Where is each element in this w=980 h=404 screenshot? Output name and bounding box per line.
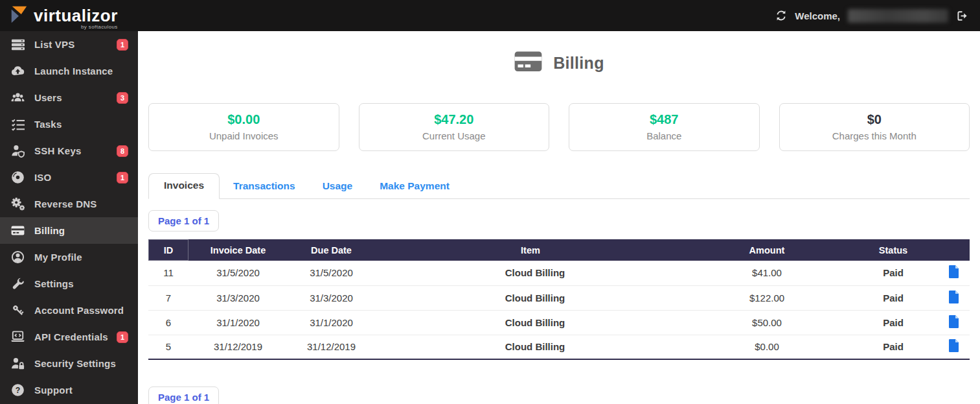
welcome-label: Welcome, [795, 10, 840, 21]
pagination-bottom[interactable]: Page 1 of 1 [148, 386, 219, 404]
refresh-icon[interactable] [775, 10, 787, 21]
view-invoice-icon[interactable] [949, 315, 959, 328]
sidebar-item-label: Launch Instance [34, 65, 113, 77]
brand-logo[interactable]: virtualizor by softaculous [0, 5, 138, 27]
invoice-status: Paid [848, 310, 939, 335]
invoice-status: Paid [848, 261, 939, 285]
stat-card-unpaid-invoices: $0.00 Unpaid Invoices [148, 103, 339, 151]
question-icon: ? [11, 383, 25, 397]
sidebar-item-label: Billing [34, 225, 65, 236]
invoice-id: 11 [148, 261, 188, 285]
invoice-amount: $122.00 [686, 285, 848, 310]
stat-label: Unpaid Invoices [154, 130, 334, 141]
invoice-item: Cloud Billing [375, 310, 686, 335]
sidebar-item-support[interactable]: ? Support [0, 377, 138, 403]
sidebar-item-label: ISO [34, 172, 51, 183]
sidebar-item-tasks[interactable]: Tasks [0, 111, 138, 137]
wrench-icon [11, 277, 25, 291]
invoice-status: Paid [848, 285, 939, 310]
sidebar-item-list-vps[interactable]: List VPS 1 [0, 31, 138, 58]
sidebar-item-my-profile[interactable]: My Profile [0, 244, 138, 270]
server-icon [11, 38, 25, 51]
tab-make-payment[interactable]: Make Payment [366, 174, 463, 198]
brand-name: virtualizor by softaculous [34, 7, 118, 24]
disc-icon [11, 171, 25, 184]
invoice-amount: $41.00 [686, 261, 848, 285]
tasks-icon [11, 117, 25, 131]
invoice-item: Cloud Billing [375, 261, 686, 285]
pagination-top[interactable]: Page 1 of 1 [148, 210, 219, 232]
invoice-row: 6 31/1/2020 31/1/2020 Cloud Billing $50.… [148, 310, 970, 335]
sidebar-item-label: List VPS [34, 39, 74, 50]
virtualizor-logo-icon [9, 5, 28, 27]
tab-transactions[interactable]: Transactions [220, 174, 309, 198]
invoice-status: Paid [848, 335, 939, 359]
sidebar-item-label: Tasks [34, 119, 62, 130]
stat-card-balance: $487 Balance [569, 103, 760, 151]
sidebar-item-launch-instance[interactable]: Launch Instance [0, 58, 138, 84]
sidebar-item-reverse-dns[interactable]: Reverse DNS [0, 191, 138, 217]
gears-icon [11, 197, 25, 211]
sidebar-item-users[interactable]: Users 3 [0, 84, 138, 111]
key-icon [11, 303, 25, 317]
sidebar: List VPS 1 Launch Instance Users 3 [0, 31, 138, 404]
ssh-keys-badge: 8 [117, 145, 128, 157]
view-invoice-icon[interactable] [949, 339, 959, 352]
column-header-item: Item [375, 239, 686, 261]
invoice-id: 6 [148, 310, 188, 335]
logout-icon[interactable] [956, 10, 968, 22]
invoice-date: 31/3/2020 [188, 285, 288, 310]
invoice-amount: $50.00 [686, 310, 848, 335]
invoice-date: 31/1/2020 [188, 310, 288, 335]
stat-value: $0.00 [154, 112, 334, 127]
sidebar-item-api-credentials[interactable]: API Credentials 1 [0, 324, 138, 350]
tab-invoices[interactable]: Invoices [148, 173, 220, 199]
stat-label: Balance [575, 130, 754, 141]
column-header-action [939, 239, 970, 261]
brand-tagline: by softaculous [81, 25, 118, 30]
iso-badge: 1 [117, 172, 128, 184]
main-content: Billing $0.00 Unpaid Invoices $47.20 Cur… [138, 31, 980, 404]
user-lock-icon [11, 357, 25, 370]
column-header-id: ID [148, 239, 188, 261]
sidebar-item-security-settings[interactable]: Security Settings [0, 350, 138, 377]
due-date: 31/5/2020 [288, 261, 375, 285]
username-redacted [848, 9, 948, 23]
invoice-row: 11 31/5/2020 31/5/2020 Cloud Billing $41… [148, 261, 970, 285]
credit-card-icon [11, 224, 25, 237]
due-date: 31/3/2020 [288, 285, 375, 310]
stat-label: Current Usage [365, 130, 544, 141]
sidebar-item-label: My Profile [34, 252, 82, 263]
stat-label: Charges this Month [785, 130, 964, 141]
sidebar-item-settings[interactable]: Settings [0, 270, 138, 297]
view-invoice-icon[interactable] [949, 291, 959, 303]
list-vps-badge: 1 [117, 39, 128, 51]
invoice-item: Cloud Billing [375, 335, 686, 359]
sidebar-item-label: Support [34, 385, 73, 396]
sidebar-item-account-password[interactable]: Account Password [0, 297, 138, 324]
sidebar-item-label: API Credentials [34, 331, 108, 342]
api-credentials-badge: 1 [117, 331, 128, 343]
credit-card-icon [514, 51, 543, 75]
sidebar-item-label: Reverse DNS [34, 198, 97, 209]
stat-card-charges-this-month: $0 Charges this Month [779, 103, 970, 151]
sidebar-item-label: Settings [34, 278, 74, 289]
sidebar-item-label: Security Settings [34, 358, 116, 369]
cloud-upload-icon [11, 64, 25, 78]
billing-tabs: Invoices Transactions Usage Make Payment [148, 173, 970, 199]
column-header-status: Status [848, 239, 939, 261]
stat-value: $487 [575, 112, 754, 127]
svg-text:?: ? [16, 386, 20, 395]
stat-value: $0 [785, 112, 964, 127]
due-date: 31/12/2019 [288, 335, 375, 359]
sidebar-item-billing[interactable]: Billing [0, 217, 138, 244]
tab-usage[interactable]: Usage [309, 174, 367, 198]
sidebar-item-iso[interactable]: ISO 1 [0, 164, 138, 191]
invoice-date: 31/12/2019 [188, 335, 288, 359]
users-badge: 3 [117, 92, 128, 104]
view-invoice-icon[interactable] [949, 265, 959, 278]
invoice-row: 7 31/3/2020 31/3/2020 Cloud Billing $122… [148, 285, 970, 310]
invoices-table: ID Invoice Date Due Date Item Amount Sta… [148, 239, 970, 360]
ssh-key-icon [11, 144, 25, 158]
sidebar-item-ssh-keys[interactable]: SSH Keys 8 [0, 137, 138, 164]
